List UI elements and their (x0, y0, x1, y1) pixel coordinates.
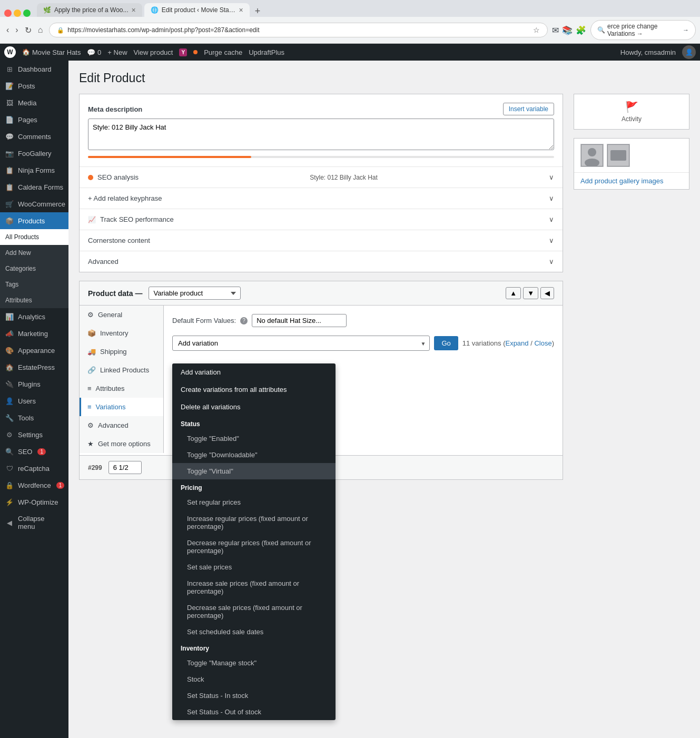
browser-tab-1[interactable]: 🌿 Apply the price of a Woo... × (37, 3, 142, 17)
dropdown-set-status-instock[interactable]: Set Status - In stock (172, 687, 336, 704)
sidebar-item-media[interactable]: 🖼 Media (0, 94, 68, 111)
track-seo-header[interactable]: 📈 Track SEO performance ∨ (80, 209, 563, 230)
purge-cache-link[interactable]: Purge cache (204, 48, 242, 56)
dropdown-delete-all[interactable]: Delete all variations (172, 398, 336, 416)
sidebar-item-settings[interactable]: ⚙ Settings (0, 426, 68, 443)
add-gallery-images-link[interactable]: Add product gallery images (574, 173, 689, 189)
submenu-categories[interactable]: Categories (0, 261, 68, 277)
sidebar-item-caldera-forms[interactable]: 📋 Caldera Forms (0, 179, 68, 195)
new-tab-btn[interactable]: + (252, 6, 264, 17)
arrow-expand-btn[interactable]: ◀ (540, 287, 554, 299)
tab-advanced[interactable]: ⚙ Advanced (80, 416, 163, 435)
sidebar-item-analytics[interactable]: 📊 Analytics (0, 308, 68, 325)
seo-analysis-header[interactable]: SEO analysis Style: 012 Billy Jack Hat ∨ (80, 167, 563, 188)
add-variation-select[interactable]: Add variation Create variations from all… (172, 336, 430, 351)
tab-inventory[interactable]: 📦 Inventory (80, 324, 163, 342)
sidebar-item-wp-optimize[interactable]: ⚡ WP-Optimize (0, 494, 68, 510)
url-bar[interactable]: 🔒 https://moviestarhats.com/wp-admin/pos… (49, 23, 548, 37)
expand-link[interactable]: Expand (505, 339, 528, 347)
gallery-thumb-1[interactable] (580, 144, 604, 167)
sidebar-item-recaptcha[interactable]: 🛡 reCaptcha (0, 460, 68, 477)
default-form-select[interactable]: No default Hat Size... 6 1/2 6 5/8 6 3/4… (252, 314, 347, 327)
close-link[interactable]: Close (534, 339, 551, 347)
seo-advanced-header[interactable]: Advanced ∨ (80, 251, 563, 272)
search-arrow[interactable]: → (683, 26, 689, 34)
tab-get-more[interactable]: ★ Get more options (80, 435, 163, 453)
dropdown-toggle-manage-stock[interactable]: Toggle "Manage stock" (172, 655, 336, 671)
updraft-link[interactable]: UpdraftPlus (249, 48, 284, 56)
go-button[interactable]: Go (434, 336, 458, 350)
form-help-icon[interactable]: ? (240, 317, 248, 324)
tab-general[interactable]: ⚙ General (80, 306, 163, 324)
sidebar-item-seo[interactable]: 🔍 SEO 1 (0, 443, 68, 460)
submenu-add-new[interactable]: Add New (0, 245, 68, 261)
sidebar-item-appearance[interactable]: 🎨 Appearance (0, 342, 68, 359)
meta-description-textarea[interactable]: Style: 012 Billy Jack Hat (88, 119, 554, 150)
sidebar-item-users[interactable]: 👤 Users (0, 392, 68, 409)
forward-btn[interactable]: › (13, 24, 20, 36)
browser-close-btn[interactable] (4, 9, 12, 17)
flag-icon[interactable]: 🚩 (580, 101, 683, 113)
site-name[interactable]: 🏠 Movie Star Hats (22, 48, 81, 56)
browser-minimize-btn[interactable] (14, 9, 21, 17)
new-btn[interactable]: + New (107, 48, 127, 56)
reload-btn[interactable]: ↻ (23, 24, 34, 36)
dropdown-add-variation[interactable]: Add variation (172, 363, 336, 381)
extensions-icon[interactable]: 🧩 (576, 25, 586, 35)
home-btn[interactable]: ⌂ (36, 24, 45, 36)
dropdown-increase-regular[interactable]: Increase regular prices (fixed amount or… (172, 510, 336, 535)
tab-attributes[interactable]: ≡ Attributes (80, 379, 163, 398)
email-icon[interactable]: ✉ (552, 25, 559, 35)
dropdown-increase-sale[interactable]: Increase sale prices (fixed amount or pe… (172, 575, 336, 599)
sidebar-item-woocommerce[interactable]: 🛒 WooCommerce (0, 195, 68, 212)
related-keyphrase-header[interactable]: + Add related keyphrase ∨ (80, 188, 563, 209)
yoast-icon[interactable]: Y (179, 48, 187, 56)
library-icon[interactable]: 📚 (562, 25, 573, 35)
dropdown-toggle-virtual[interactable]: Toggle "Virtual" (172, 463, 336, 479)
tab-shipping[interactable]: 🚚 Shipping (80, 342, 163, 361)
browser-maximize-btn[interactable] (23, 9, 31, 17)
bookmark-icon[interactable]: ☆ (533, 26, 540, 34)
submenu-all-products[interactable]: All Products (0, 229, 68, 245)
sidebar-item-comments[interactable]: 💬 Comments (0, 128, 68, 145)
insert-variable-btn[interactable]: Insert variable (503, 103, 554, 115)
sidebar-item-products[interactable]: 📦 Products (0, 212, 68, 229)
sidebar-item-collapse[interactable]: ◀ Collapse menu (0, 510, 68, 535)
dropdown-decrease-sale[interactable]: Decrease sale prices (fixed amount or pe… (172, 599, 336, 624)
dropdown-set-sale[interactable]: Set sale prices (172, 559, 336, 575)
sidebar-item-plugins[interactable]: 🔌 Plugins (0, 376, 68, 392)
sidebar-item-ninja-forms[interactable]: 📋 Ninja Forms (0, 162, 68, 179)
tab-linked-products[interactable]: 🔗 Linked Products (80, 361, 163, 379)
sidebar-item-pages[interactable]: 📄 Pages (0, 111, 68, 128)
sidebar-item-estatepress[interactable]: 🏠 EstatePress (0, 359, 68, 376)
sidebar-item-marketing[interactable]: 📣 Marketing (0, 325, 68, 342)
wp-logo[interactable]: W (4, 46, 16, 58)
product-type-select[interactable]: Variable product Simple product Grouped … (149, 287, 241, 300)
arrow-up-btn[interactable]: ▲ (506, 287, 521, 299)
tab1-close[interactable]: × (132, 6, 136, 14)
dropdown-toggle-downloadable[interactable]: Toggle "Downloadable" (172, 447, 336, 463)
dropdown-toggle-enabled[interactable]: Toggle "Enabled" (172, 430, 336, 447)
dropdown-set-regular[interactable]: Set regular prices (172, 494, 336, 510)
dropdown-create-variations[interactable]: Create variations from all attributes (172, 381, 336, 398)
sidebar-item-dashboard[interactable]: ⊞ Dashboard (0, 61, 68, 77)
comments-icon[interactable]: 💬 0 (87, 48, 101, 56)
size-select[interactable]: 6 1/2 6 5/8 6 3/4 6 7/8 7 7 1/8 7 1/4 (109, 461, 142, 474)
cornerstone-header[interactable]: Cornerstone content ∨ (80, 230, 563, 251)
sidebar-item-tools[interactable]: 🔧 Tools (0, 409, 68, 426)
browser-search-box[interactable]: 🔍 erce price change Variations → → (590, 20, 696, 40)
browser-tab-2[interactable]: 🌐 Edit product ‹ Movie Star... × (144, 3, 250, 17)
dropdown-set-scheduled[interactable]: Set scheduled sale dates (172, 624, 336, 640)
dropdown-decrease-regular[interactable]: Decrease regular prices (fixed amount or… (172, 535, 336, 559)
tab2-close[interactable]: × (239, 6, 243, 14)
sidebar-item-wordfence[interactable]: 🔒 Wordfence 1 (0, 477, 68, 494)
back-btn[interactable]: ‹ (4, 24, 11, 36)
view-product-link[interactable]: View product (134, 48, 173, 56)
sidebar-item-foogallery[interactable]: 📷 FooGallery (0, 145, 68, 162)
avatar[interactable]: 👤 (682, 45, 696, 59)
gallery-thumb-2[interactable] (607, 144, 630, 167)
arrow-down-btn[interactable]: ▼ (523, 287, 538, 299)
tab-variations[interactable]: ≡ Variations (80, 398, 163, 416)
dropdown-stock[interactable]: Stock (172, 671, 336, 687)
submenu-attributes[interactable]: Attributes (0, 292, 68, 308)
